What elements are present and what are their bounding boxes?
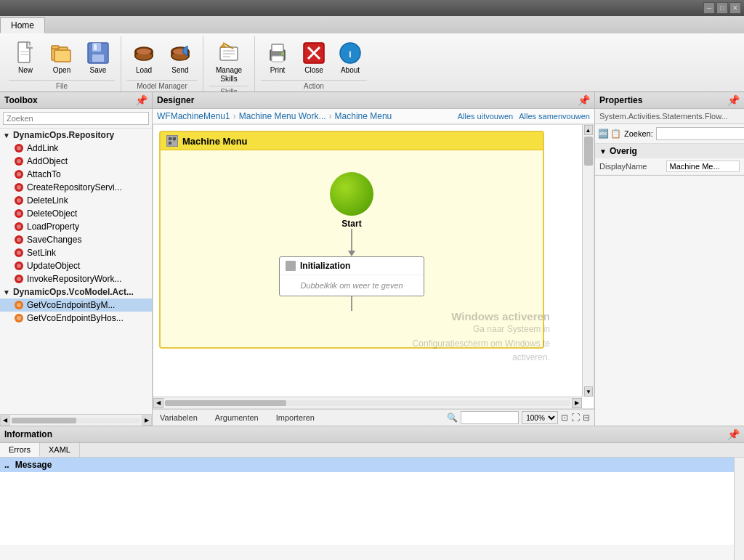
breadcrumb-sep-1: › xyxy=(233,111,236,121)
info-pin-icon[interactable]: 📌 xyxy=(727,429,740,440)
expand-all-action[interactable]: Alles uitvouwen xyxy=(458,112,513,121)
close-button[interactable]: ✕ xyxy=(729,2,741,14)
toolbox-search-input[interactable] xyxy=(3,112,149,125)
invoke-repo-icon xyxy=(15,275,23,283)
tab-home[interactable]: Home xyxy=(0,17,45,33)
list-item[interactable]: InvokeRepositoryWork... xyxy=(0,272,152,285)
minimize-button[interactable]: ─ xyxy=(703,2,715,14)
fit-icon[interactable]: ⊡ xyxy=(561,413,568,423)
props-search-input[interactable] xyxy=(656,127,744,140)
designer-title: Designer xyxy=(157,95,194,105)
start-node[interactable] xyxy=(330,172,373,216)
tab-variabelen[interactable]: Variabelen xyxy=(157,412,201,423)
props-sort-az-icon[interactable]: 🔤 xyxy=(598,129,609,139)
props-displayname-value[interactable]: Machine Me... xyxy=(666,161,740,172)
close-action-button[interactable]: Close xyxy=(297,39,331,77)
ribbon-content: New Open Save File xyxy=(0,33,744,92)
flowchart-title-bar: Machine Menu xyxy=(161,132,543,150)
list-item[interactable]: UpdateObject xyxy=(0,259,152,272)
svg-rect-4 xyxy=(52,46,59,49)
designer-pin-icon[interactable]: 📌 xyxy=(578,94,590,106)
collapse-all-action[interactable]: Alles samenvouwen xyxy=(519,112,590,121)
tab-importeren[interactable]: Importeren xyxy=(273,412,318,423)
info-col-message: Message xyxy=(15,460,52,470)
breadcrumb-part-1[interactable]: WFMachineMenu1 xyxy=(157,111,230,121)
props-sort-cat-icon[interactable]: 📋 xyxy=(610,129,621,139)
props-section-overig-label: Overig xyxy=(610,146,637,156)
list-item[interactable]: SaveChanges xyxy=(0,233,152,246)
hscroll-canvas-left[interactable]: ◀ xyxy=(153,398,163,408)
toolbox-search-box xyxy=(0,109,152,129)
breadcrumb-part-3[interactable]: Machine Menu xyxy=(335,111,392,121)
maximize-button[interactable]: □ xyxy=(716,2,728,14)
toolbox-header: Toolbox 📌 xyxy=(0,92,152,109)
zoom-select[interactable]: 100% xyxy=(522,411,558,424)
expand-icon[interactable]: ⛶ xyxy=(571,413,580,423)
init-node-icon xyxy=(286,261,296,271)
list-item[interactable]: DeleteLink xyxy=(0,194,152,207)
properties-panel: Properties 📌 System.Activities.Statement… xyxy=(595,92,744,426)
ribbon-group-file-items: New Open Save xyxy=(9,39,115,80)
hscroll-right-btn[interactable]: ▶ xyxy=(142,415,152,426)
arrow-head-1 xyxy=(348,251,355,256)
list-item[interactable]: LoadProperty xyxy=(0,220,152,233)
list-item[interactable]: AddLink xyxy=(0,142,152,155)
new-button[interactable]: New xyxy=(9,39,42,77)
tree-group-repository-header[interactable]: ▼ DynamicOps.Repository xyxy=(0,129,152,142)
vscroll-up-btn[interactable]: ▲ xyxy=(584,125,593,135)
close-action-label: Close xyxy=(304,66,323,75)
props-search-label: Zoeken: xyxy=(624,129,653,138)
tree-group-repository-label: DynamicOps.Repository xyxy=(13,130,114,140)
tab-xaml[interactable]: XAML xyxy=(40,443,80,457)
properties-pin-icon[interactable]: 📌 xyxy=(727,94,740,106)
manage-skills-icon xyxy=(217,41,240,65)
load-button[interactable]: Load xyxy=(127,39,161,77)
toolbox-hscrollbar[interactable]: ◀ ▶ xyxy=(0,414,152,426)
about-button[interactable]: i About xyxy=(333,39,367,77)
hscroll-left-btn[interactable]: ◀ xyxy=(0,415,10,426)
toolbox-pin-icon[interactable]: 📌 xyxy=(135,94,147,106)
svg-rect-8 xyxy=(92,54,104,62)
props-sort-icons: 🔤 📋 xyxy=(598,129,621,139)
attach-to-label: AttachTo xyxy=(27,169,61,179)
create-repo-label: CreateRepositoryServi... xyxy=(27,182,122,192)
print-button[interactable]: Print xyxy=(261,39,294,77)
canvas-vscrollbar[interactable]: ▲ ▼ xyxy=(582,125,594,397)
tab-errors[interactable]: Errors xyxy=(0,443,40,457)
search-icon[interactable]: 🔍 xyxy=(447,413,458,423)
list-item[interactable]: GetVcoEndpointByHos... xyxy=(0,312,152,325)
info-title: Information xyxy=(4,429,52,439)
footer-search-input[interactable] xyxy=(461,411,519,424)
list-item[interactable]: SetLink xyxy=(0,246,152,259)
hscroll-canvas-right[interactable]: ▶ xyxy=(572,398,582,408)
tab-argumenten[interactable]: Argumenten xyxy=(212,412,262,423)
initialization-node[interactable]: Initialization Dubbelklik om weer te gev… xyxy=(279,256,424,296)
designer-footer: Variabelen Argumenten Importeren 🔍 100% … xyxy=(153,409,594,426)
list-item[interactable]: AttachTo xyxy=(0,168,152,181)
save-label: Save xyxy=(90,66,107,75)
list-item[interactable]: DeleteObject xyxy=(0,207,152,220)
about-icon: i xyxy=(339,41,362,65)
list-item[interactable]: GetVcoEndpointByM... xyxy=(0,299,152,312)
designer-canvas[interactable]: ▲ ▼ ◀ ▶ xyxy=(153,124,594,409)
properties-search-area: 🔤 📋 Zoeken: Wissen xyxy=(595,124,744,144)
connector-start xyxy=(351,229,352,251)
vscroll-down-btn[interactable]: ▼ xyxy=(584,386,593,397)
manage-skills-button[interactable]: ManageSkills xyxy=(209,39,248,86)
list-item[interactable]: AddObject xyxy=(0,155,152,168)
save-button[interactable]: Save xyxy=(81,39,115,77)
svg-rect-35 xyxy=(173,137,176,140)
ribbon: Home New Open xyxy=(0,16,744,92)
shrink-icon[interactable]: ⊟ xyxy=(583,413,590,423)
breadcrumb-part-2[interactable]: Machine Menu Work... xyxy=(239,111,326,121)
tree-group-vcomodel-header[interactable]: ▼ DynamicOps.VcoModel.Act... xyxy=(0,285,152,299)
send-button[interactable]: Send xyxy=(163,39,197,77)
info-vscrollbar[interactable] xyxy=(734,458,744,560)
props-section-overig-header[interactable]: ▼ Overig xyxy=(595,144,744,158)
list-item[interactable]: CreateRepositoryServi... xyxy=(0,181,152,194)
open-button[interactable]: Open xyxy=(45,39,78,77)
update-object-icon xyxy=(15,261,23,270)
properties-header: Properties 📌 xyxy=(595,92,744,109)
canvas-hscrollbar[interactable]: ◀ ▶ xyxy=(153,397,582,408)
hscroll-canvas-thumb xyxy=(165,400,286,406)
